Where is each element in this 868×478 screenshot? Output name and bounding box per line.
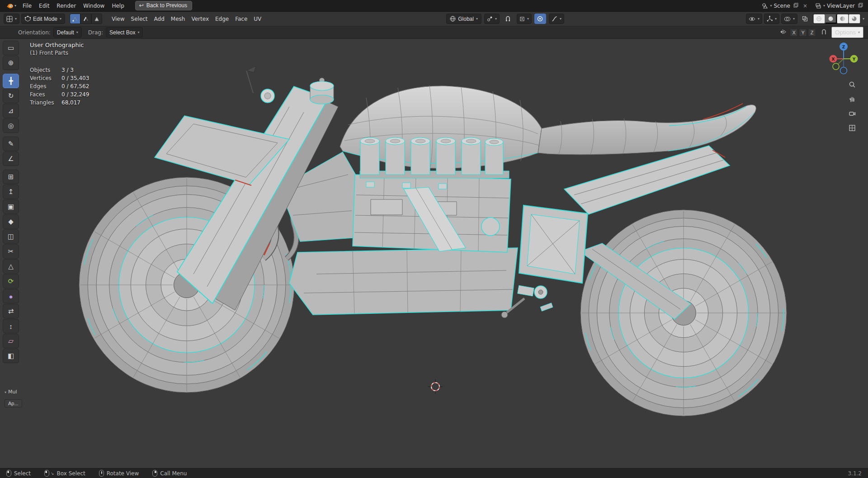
gizmo-y-label: Y — [852, 57, 856, 62]
overlays-dropdown[interactable]: ▾ — [781, 14, 797, 24]
pivot-point-dropdown[interactable]: ▾ — [484, 14, 500, 24]
measure-icon: ∠ — [8, 155, 14, 163]
proportional-editing-toggle[interactable] — [534, 14, 546, 24]
zoom-button[interactable] — [846, 79, 858, 90]
menu-vertex[interactable]: Vertex — [188, 14, 212, 24]
snap-settings-dropdown[interactable]: ▾ — [517, 14, 532, 24]
knife-icon: ✂ — [8, 247, 14, 256]
tool-scale[interactable]: ⊿ — [3, 104, 19, 118]
perspective-toggle-button[interactable] — [846, 122, 858, 134]
mirror-x-toggle[interactable]: X — [790, 28, 798, 37]
snap-toggle[interactable] — [502, 14, 514, 24]
tool-measure[interactable]: ∠ — [3, 151, 19, 166]
menu-window[interactable]: Window — [80, 1, 108, 11]
tool-annotate[interactable]: ✎ — [3, 137, 19, 151]
gizmo-minus-y-axis[interactable] — [833, 63, 839, 70]
camera-view-button[interactable] — [846, 108, 858, 119]
proportional-falloff-dropdown[interactable]: ▾ — [549, 14, 564, 24]
gizmos-dropdown[interactable]: ▾ — [764, 14, 779, 24]
hint-box-select: ↘ Box Select — [44, 470, 85, 477]
scene-selector[interactable]: ▾ Scene × — [762, 3, 809, 9]
tool-shrink-fatten[interactable]: ↕ — [3, 319, 19, 333]
menu-edit[interactable]: Edit — [35, 1, 53, 11]
tool-transform[interactable]: ◎ — [3, 118, 19, 133]
mode-dropdown[interactable]: Edit Mode ▾ — [21, 14, 65, 24]
menu-add[interactable]: Add — [151, 14, 168, 24]
chevron-down-icon[interactable]: ▾ — [863, 17, 864, 21]
tool-spin[interactable]: ⟳ — [3, 274, 19, 289]
tool-select-box[interactable]: ▭ — [3, 41, 19, 55]
gizmo-minus-z-axis[interactable] — [840, 67, 847, 74]
menu-render[interactable]: Render — [53, 1, 80, 11]
blender-logo-icon — [6, 3, 14, 9]
collapsed-panel-header[interactable]: ▾Mul — [5, 389, 22, 395]
tool-orientation-value: Default — [57, 29, 74, 36]
viewport-canvas[interactable] — [0, 39, 868, 468]
menu-edge[interactable]: Edge — [212, 14, 232, 24]
tool-inset-faces[interactable]: ▣ — [3, 199, 19, 214]
left-mouse-icon — [6, 470, 11, 477]
orientation-dropdown-label: Global — [458, 16, 474, 22]
unlink-scene-button[interactable]: × — [802, 3, 809, 9]
tool-orientation-dropdown[interactable]: Default ▾ — [53, 27, 82, 38]
tool-smooth[interactable]: ● — [3, 289, 19, 303]
tool-loop-cut[interactable]: ◫ — [3, 229, 19, 244]
chevron-down-icon: ▾ — [527, 17, 529, 21]
tool-move[interactable]: ╋ — [3, 74, 19, 88]
blender-logo-menu[interactable]: ▾ — [4, 2, 19, 10]
navigation-gizmo[interactable]: Z X Y — [826, 41, 862, 77]
back-to-previous-label: Back to Previous — [146, 2, 187, 9]
middle-mouse-icon — [99, 470, 104, 477]
pivot-icon — [487, 16, 493, 22]
object-visibility-dropdown[interactable]: ▾ — [746, 14, 762, 24]
material-shading-button[interactable] — [837, 14, 849, 24]
edge-select-button[interactable] — [80, 14, 91, 24]
menu-file[interactable]: File — [19, 1, 35, 11]
apply-button[interactable]: Ap... — [5, 399, 22, 407]
new-scene-button[interactable] — [792, 3, 800, 9]
mirror-z-toggle[interactable]: Z — [808, 28, 816, 37]
tool-bevel[interactable]: ◆ — [3, 214, 19, 229]
new-viewlayer-button[interactable] — [857, 3, 864, 9]
viewport[interactable]: ▭ ⊕ ╋ ↻ ⊿ ◎ ✎ ∠ ⊞ ↥ ▣ ◆ ◫ ✂ △ ⟳ ● ⇄ ↕ ▱ … — [0, 39, 868, 468]
face-select-button[interactable] — [91, 14, 102, 24]
tool-shear[interactable]: ▱ — [3, 334, 19, 348]
wireframe-shading-button[interactable] — [813, 14, 825, 24]
tool-options-dropdown[interactable]: Options ▾ — [831, 27, 863, 38]
tool-knife[interactable]: ✂ — [3, 244, 19, 259]
menu-select[interactable]: Select — [128, 14, 151, 24]
menu-uv[interactable]: UV — [250, 14, 264, 24]
viewlayer-selector[interactable]: ▾ ViewLayer — [815, 3, 864, 9]
right-mouse-icon — [152, 470, 157, 477]
left-mouse-drag-icon — [44, 470, 49, 477]
stat-label: Vertices — [30, 75, 56, 81]
back-to-previous-button[interactable]: ↩ Back to Previous — [135, 1, 192, 10]
stat-value: 68,017 — [61, 99, 89, 106]
chevron-down-icon: ▾ — [770, 4, 772, 8]
transform-orientation-dropdown[interactable]: Global ▾ — [446, 14, 481, 24]
drag-mode-dropdown[interactable]: Select Box ▾ — [106, 27, 143, 38]
tool-rip-region[interactable]: ◧ — [3, 349, 19, 363]
solid-shading-button[interactable] — [825, 14, 837, 24]
3d-cursor — [428, 379, 443, 394]
menu-mesh[interactable]: Mesh — [168, 14, 189, 24]
menu-help[interactable]: Help — [108, 1, 127, 11]
tool-poly-build[interactable]: △ — [3, 259, 19, 274]
tool-rotate[interactable]: ↻ — [3, 89, 19, 103]
tool-cursor[interactable]: ⊕ — [3, 56, 19, 70]
menu-face[interactable]: Face — [232, 14, 250, 24]
steering-head — [310, 78, 334, 104]
tool-add-cube[interactable]: ⊞ — [3, 170, 19, 184]
engine-block — [353, 175, 511, 252]
xray-toggle[interactable] — [799, 14, 811, 24]
rendered-shading-button[interactable] — [849, 14, 860, 24]
menu-view[interactable]: View — [108, 14, 127, 24]
vertex-select-button[interactable] — [70, 14, 80, 24]
pan-button[interactable] — [846, 93, 858, 105]
mirror-y-toggle[interactable]: Y — [799, 28, 807, 37]
context-label: (1) Front Parts — [30, 50, 89, 56]
tool-extrude-region[interactable]: ↥ — [3, 185, 19, 199]
editor-type-dropdown[interactable]: ▾ — [4, 14, 19, 24]
stat-label: Objects — [30, 67, 56, 73]
tool-edge-slide[interactable]: ⇄ — [3, 304, 19, 318]
